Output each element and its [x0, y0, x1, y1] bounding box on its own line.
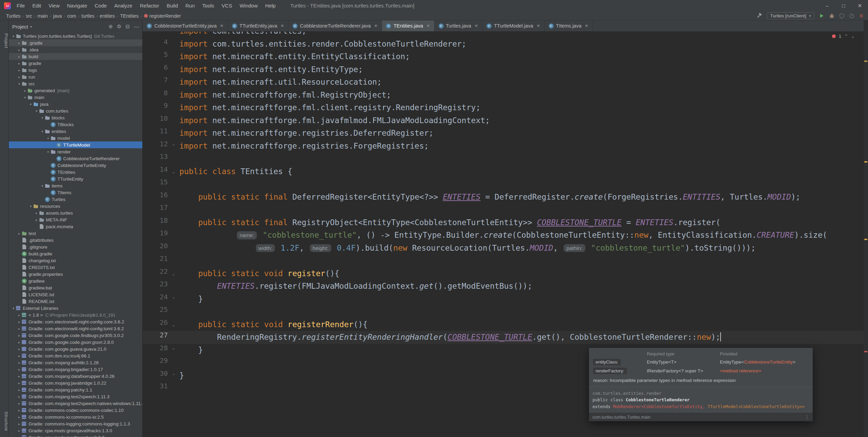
run-button[interactable]: [819, 13, 825, 19]
close-tab-icon[interactable]: ✕: [475, 23, 478, 28]
menu-run[interactable]: Run: [182, 3, 199, 9]
tree-chevron-icon[interactable]: ▸: [34, 211, 39, 215]
tree-chevron-icon[interactable]: ▾: [11, 306, 16, 310]
stripe-mark[interactable]: [864, 351, 867, 352]
menu-view[interactable]: View: [45, 3, 63, 9]
tree-chevron-icon[interactable]: ▸: [17, 347, 22, 351]
tree-item-com.turtles[interactable]: ▾com.turtles: [9, 107, 142, 114]
stripe-mark[interactable]: [864, 239, 867, 240]
code-line-15[interactable]: 15: [143, 178, 864, 191]
tree-item-java[interactable]: ▾java: [9, 101, 142, 107]
code-line-14[interactable]: 14⌄public class TEntities {: [143, 165, 864, 178]
breadcrumb-main[interactable]: main: [37, 13, 48, 19]
tree-item-gradlew.bat[interactable]: gradlew.bat: [9, 284, 142, 291]
breadcrumb-src[interactable]: src: [26, 13, 32, 19]
tree-item-.gitignore[interactable]: .gitignore: [9, 243, 142, 250]
code-line-8[interactable]: 8import net.minecraftforge.fml.RegistryO…: [143, 89, 864, 102]
tree-chevron-icon[interactable]: ▸: [17, 408, 22, 412]
tree-chevron-icon[interactable]: ▸: [17, 395, 22, 399]
project-view-selector[interactable]: Project ▾: [12, 24, 32, 30]
tab-TEntities.java[interactable]: CTEntities.java✕: [382, 20, 434, 31]
code-line-7[interactable]: 7import net.minecraft.util.ResourceLocat…: [143, 76, 864, 89]
tree-item-src[interactable]: ▾src: [9, 80, 142, 87]
tree-item-changelog.txt[interactable]: changelog.txt: [9, 257, 142, 264]
close-tab-icon[interactable]: ✕: [585, 23, 588, 28]
code-line-26[interactable]: 26⌄ public static void registerRender(){: [143, 318, 864, 331]
menu-refactor[interactable]: Refactor: [136, 3, 163, 9]
tool-window-structure[interactable]: Structure: [0, 411, 9, 431]
collapse-all-icon[interactable]: ⊟: [125, 23, 130, 30]
menu-analyze[interactable]: Analyze: [110, 3, 136, 9]
fold-start-icon[interactable]: ⌄: [171, 165, 176, 178]
fold-end-icon[interactable]: ⌃: [171, 140, 176, 153]
tree-item-Gradle: cpw.mods:grossjava9hacks:1.3.0[interactable]: ▸Gradle: cpw.mods:grossjava9hacks:1.3.0: [9, 427, 142, 434]
tab-TTurtleModel.java[interactable]: CTTurtleModel.java✕: [482, 20, 545, 31]
tree-item-Gradle: com.mojang:brigadier:1.0.17[interactable]: ▸Gradle: com.mojang:brigadier:1.0.17: [9, 366, 142, 373]
code-line-24[interactable]: 24⌃ }: [143, 293, 864, 306]
code-line-12[interactable]: 12⌃import net.minecraftforge.registries.…: [143, 140, 864, 153]
tree-item-build[interactable]: ▸build: [9, 53, 142, 60]
tree-chevron-icon[interactable]: ▸: [17, 327, 22, 331]
tree-item-Gradle: commons-io:commons-io:2.5[interactable]: ▸Gradle: commons-io:commons-io:2.5: [9, 414, 142, 420]
tab-TTurtleEntity.java[interactable]: CTTurtleEntity.java✕: [228, 20, 288, 31]
tree-item-model[interactable]: ▾model: [9, 135, 142, 141]
tree-chevron-icon[interactable]: ▸: [17, 340, 22, 344]
breadcrumb-TEntities[interactable]: TEntities: [120, 13, 139, 19]
breadcrumb-java[interactable]: java: [53, 13, 62, 19]
tree-chevron-icon[interactable]: ▸: [17, 354, 22, 358]
tree-item-build.gradle[interactable]: Gbuild.gradle: [9, 250, 142, 257]
tree-item-Gradle: cpw.mods:modlauncher:8.0.9[interactable]: ▸Gradle: cpw.mods:modlauncher:8.0.9: [9, 434, 142, 437]
tree-item-.gradle[interactable]: ▸.gradle: [9, 39, 142, 46]
close-tab-icon[interactable]: ✕: [220, 23, 224, 28]
tree-chevron-icon[interactable]: ▸: [17, 75, 22, 79]
fold-end-icon[interactable]: ⌃: [171, 293, 176, 306]
locate-file-icon[interactable]: ⊕: [108, 23, 113, 30]
code-line-27[interactable]: 27 RenderingRegistry.registerEntityRende…: [143, 331, 864, 344]
tree-item-Gradle: com.mojang:patchy:1.1[interactable]: ▸Gradle: com.mojang:patchy:1.1: [9, 386, 142, 393]
code-line-20[interactable]: 20 width: 1.2F, height: 0.4F).build(new …: [143, 242, 864, 255]
menu-file[interactable]: File: [13, 3, 29, 9]
tree-item-TBlocks[interactable]: CTBlocks: [9, 121, 142, 128]
menu-help[interactable]: Help: [262, 3, 280, 9]
tree-item-entities[interactable]: ▾entities: [9, 128, 142, 135]
code-line-11[interactable]: 11import net.minecraftforge.registries.D…: [143, 127, 864, 140]
code-line-19[interactable]: 19 name: "cobblestone_turtle", () -> Ent…: [143, 229, 864, 242]
menu-vcs[interactable]: VCS: [218, 3, 236, 9]
tree-item-TItems[interactable]: CTItems: [9, 189, 142, 196]
tree-item-Gradle: com.google.guava:guava:21.0[interactable]: ▸Gradle: com.google.guava:guava:21.0: [9, 346, 142, 352]
tree-chevron-icon[interactable]: ▸: [17, 68, 22, 72]
tree-item-TEntities[interactable]: CTEntities: [9, 169, 142, 175]
build-hammer-icon[interactable]: [756, 13, 762, 19]
tree-item-Gradle: com.mojang:text2speech:1.11.3[interactable]: ▸Gradle: com.mojang:text2speech:1.11.3: [9, 393, 142, 400]
tree-chevron-icon[interactable]: ▾: [34, 109, 39, 113]
tree-item-main[interactable]: ▾main: [9, 94, 142, 101]
menu-build[interactable]: Build: [163, 3, 181, 9]
code-line-9[interactable]: 9import net.minecraftforge.fml.client.re…: [143, 101, 864, 114]
tree-item-CREDITS.txt[interactable]: CREDITS.txt: [9, 264, 142, 271]
tree-chevron-icon[interactable]: ▸: [17, 422, 22, 426]
breadcrumb-entities[interactable]: entities: [100, 13, 115, 19]
breadcrumb-com[interactable]: com: [67, 13, 76, 19]
tree-chevron-icon[interactable]: ▸: [17, 436, 22, 437]
breadcrumb-turtles[interactable]: turtles: [82, 13, 94, 19]
code-line-6[interactable]: 6import net.minecraft.entity.EntityType;: [143, 63, 864, 76]
tree-chevron-icon[interactable]: ▸: [34, 218, 39, 222]
fold-end-icon[interactable]: ⌃: [171, 369, 176, 382]
code-line-16[interactable]: 16 public static final DeferredRegister<…: [143, 191, 864, 204]
tree-item-pack.mcmeta[interactable]: pack.mcmeta: [9, 223, 142, 230]
tree-chevron-icon[interactable]: ▾: [11, 34, 16, 38]
code-line-22[interactable]: 22⌄ public static void register(){: [143, 267, 864, 280]
tree-chevron-icon[interactable]: ▸: [17, 62, 22, 65]
profiler-gauge-icon[interactable]: [849, 13, 854, 19]
fold-start-icon[interactable]: ⌄: [171, 318, 176, 331]
tree-chevron-icon[interactable]: ▸: [17, 313, 22, 317]
tree-item-.gitattributes[interactable]: .gitattributes: [9, 237, 142, 243]
fold-end-icon[interactable]: ⌃: [171, 344, 176, 357]
next-problem-icon[interactable]: ⌄: [851, 34, 855, 39]
coverage-shield-icon[interactable]: [839, 13, 845, 19]
code-line-4[interactable]: 4import com.turtles.entities.render.Cobb…: [143, 38, 864, 51]
tree-item-META-INF[interactable]: ▸META-INF: [9, 216, 142, 223]
maximize-button[interactable]: □: [835, 0, 852, 11]
tree-item-Gradle: com.mojang:datafixerupper:4.0.26[interactable]: ▸Gradle: com.mojang:datafixerupper:4.0.2…: [9, 373, 142, 380]
tree-chevron-icon[interactable]: ▸: [17, 381, 22, 385]
